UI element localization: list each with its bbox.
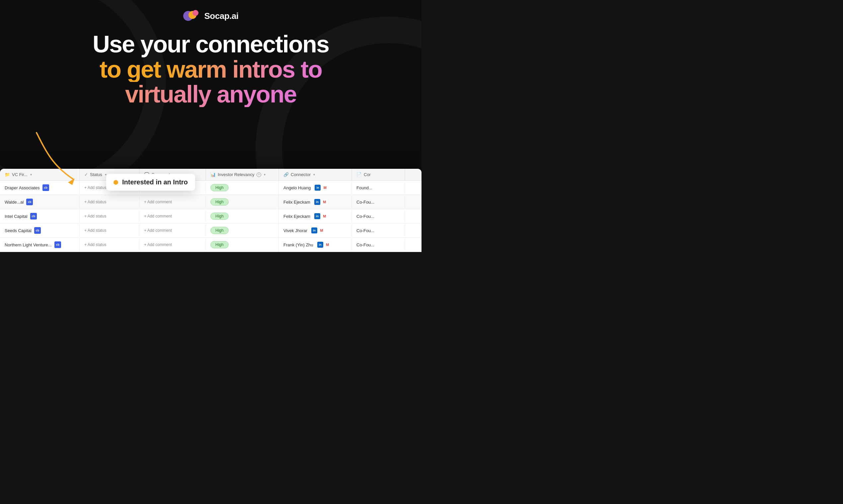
- gmail-icon[interactable]: M: [322, 199, 328, 205]
- gmail-icon[interactable]: M: [322, 213, 328, 219]
- status-tooltip-popup: Interested in an Intro: [106, 174, 195, 191]
- relevancy-badge-1: High: [210, 184, 229, 191]
- crunchbase-icon[interactable]: cb: [26, 199, 33, 205]
- connector-icon: 🔗: [283, 172, 289, 177]
- add-comment-btn-2[interactable]: + Add comment: [144, 200, 172, 204]
- add-status-btn-3[interactable]: + Add status: [84, 214, 106, 218]
- gmail-icon[interactable]: M: [325, 242, 330, 248]
- th-relevancy-label: Investor Relevancy: [218, 172, 255, 177]
- td-vc-4: Seeds Capital cb: [0, 224, 80, 237]
- th-vc-label: VC Fir...: [12, 172, 28, 177]
- vc-name-4: Seeds Capital: [5, 228, 32, 233]
- folder-icon: 📁: [5, 172, 10, 177]
- th-vc[interactable]: 📁 VC Fir... ▾: [0, 169, 80, 180]
- document-icon: 📄: [357, 172, 362, 177]
- td-comments-4[interactable]: + Add comment: [139, 225, 206, 236]
- crunchbase-icon[interactable]: cb: [34, 227, 41, 234]
- td-vc-2: Walde...al cb: [0, 195, 80, 209]
- help-icon: ?: [257, 173, 261, 177]
- gmail-icon[interactable]: M: [322, 185, 328, 191]
- td-vc-3: Intel Capital cb: [0, 210, 80, 223]
- relevancy-badge-4: High: [210, 227, 229, 234]
- connector-name-5: Frank (Yin) Zhu: [283, 242, 313, 247]
- chevron-down-icon: ▾: [30, 173, 32, 176]
- chevron-down-icon: ▾: [264, 173, 265, 176]
- crunchbase-icon[interactable]: cb: [42, 184, 49, 191]
- add-comment-btn-3[interactable]: + Add comment: [144, 214, 172, 218]
- cor-value-2: Co-Fou...: [357, 200, 374, 204]
- connector-name-2: Felix Ejeckam: [283, 200, 310, 204]
- connector-name-1: Angelo Huang: [283, 185, 311, 190]
- td-connector-3: Felix Ejeckam in M: [279, 210, 352, 222]
- td-comments-5[interactable]: + Add comment: [139, 239, 206, 250]
- add-status-btn-2[interactable]: + Add status: [84, 200, 106, 204]
- gmail-icon[interactable]: M: [319, 228, 325, 233]
- cor-value-4: Co-Fou...: [357, 228, 374, 233]
- th-connector[interactable]: 🔗 Connector ▾: [279, 169, 352, 180]
- header: Socap.ai: [0, 0, 422, 22]
- linkedin-icon[interactable]: in: [315, 185, 321, 191]
- logo-circle-pink: [192, 10, 199, 16]
- crunchbase-icon[interactable]: cb: [30, 213, 37, 219]
- chart-icon: 📊: [210, 172, 216, 177]
- linkedin-icon[interactable]: in: [314, 213, 320, 219]
- connector-name-4: Vivek Jhorar: [283, 228, 307, 233]
- td-cor-5: Co-Fou...: [352, 239, 405, 251]
- td-relevancy-1: High: [206, 181, 279, 195]
- td-vc-5: Northern Light Venture... cb: [0, 238, 80, 251]
- linkedin-icon[interactable]: in: [314, 199, 320, 205]
- td-status-2[interactable]: + Add status: [80, 196, 139, 208]
- connector-icons-2: in M: [314, 199, 328, 205]
- connector-name-3: Felix Ejeckam: [283, 214, 310, 219]
- td-status-3[interactable]: + Add status: [80, 211, 139, 222]
- td-cor-2: Co-Fou...: [352, 196, 405, 208]
- logo-text: Socap.ai: [204, 11, 239, 21]
- add-status-btn-1[interactable]: + Add status: [84, 185, 106, 190]
- add-comment-btn-5[interactable]: + Add comment: [144, 242, 172, 247]
- tooltip-dot-icon: [114, 180, 118, 185]
- table-row: Intel Capital cb + Add status + Add comm…: [0, 209, 422, 223]
- td-status-4[interactable]: + Add status: [80, 225, 139, 236]
- td-connector-4: Vivek Jhorar in M: [279, 224, 352, 237]
- connector-icons-3: in M: [314, 213, 328, 219]
- crunchbase-icon[interactable]: cb: [54, 241, 61, 248]
- connector-icons-5: in M: [317, 242, 330, 248]
- cor-value-3: Co-Fou...: [357, 214, 374, 219]
- table-header: 📁 VC Fir... ▾ ✓ Status ▾ 💬 Comments ▾ 📊 …: [0, 169, 422, 181]
- td-connector-5: Frank (Yin) Zhu in M: [279, 238, 352, 251]
- linkedin-icon[interactable]: in: [311, 228, 317, 233]
- relevancy-badge-2: High: [210, 198, 229, 205]
- th-cor-label: Cor: [364, 172, 371, 177]
- td-status-5[interactable]: + Add status: [80, 239, 139, 250]
- add-status-btn-4[interactable]: + Add status: [84, 228, 106, 233]
- connector-icons-4: in M: [311, 228, 325, 233]
- vc-name-3: Intel Capital: [5, 214, 28, 219]
- add-status-btn-5[interactable]: + Add status: [84, 242, 106, 247]
- chevron-down-icon: ▾: [313, 173, 315, 176]
- vc-name-1: Draper Associates: [5, 185, 40, 190]
- td-relevancy-4: High: [206, 223, 279, 237]
- th-cor[interactable]: 📄 Cor: [352, 169, 405, 180]
- data-table: 📁 VC Fir... ▾ ✓ Status ▾ 💬 Comments ▾ 📊 …: [0, 169, 422, 252]
- cor-value-5: Co-Fou...: [357, 242, 374, 247]
- cor-value-1: Found...: [357, 185, 372, 190]
- td-comments-3[interactable]: + Add comment: [139, 211, 206, 222]
- logo-icon: [183, 10, 201, 22]
- th-relevancy[interactable]: 📊 Investor Relevancy ? ▾: [206, 169, 279, 180]
- vc-name-5: Northern Light Venture...: [5, 242, 52, 247]
- th-status-label: Status: [90, 172, 102, 177]
- table-row: Northern Light Venture... cb + Add statu…: [0, 238, 422, 252]
- hero-line3: virtually anyone: [7, 82, 415, 107]
- th-connector-label: Connector: [291, 172, 311, 177]
- linkedin-icon[interactable]: in: [317, 242, 323, 248]
- td-relevancy-3: High: [206, 209, 279, 223]
- table-row: Draper Associates cb + Add status + Add …: [0, 181, 422, 195]
- check-circle-icon: ✓: [84, 172, 88, 177]
- td-comments-2[interactable]: + Add comment: [139, 196, 206, 208]
- connector-icons-1: in M: [315, 185, 328, 191]
- add-comment-btn-4[interactable]: + Add comment: [144, 228, 172, 233]
- relevancy-badge-3: High: [210, 213, 229, 220]
- td-relevancy-2: High: [206, 195, 279, 209]
- td-connector-2: Felix Ejeckam in M: [279, 196, 352, 208]
- td-connector-1: Angelo Huang in M: [279, 181, 352, 194]
